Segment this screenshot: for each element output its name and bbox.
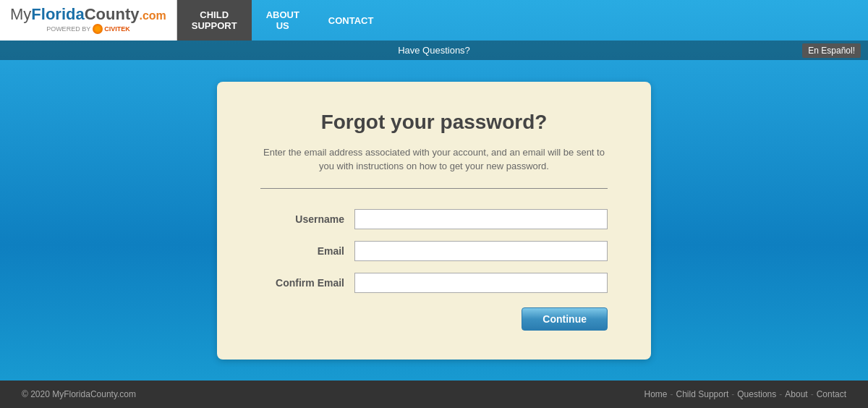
have-questions-text: Have Questions? (398, 45, 470, 56)
footer-sep-2: - (731, 389, 734, 399)
footer-links: Home - Child Support - Questions - About… (644, 389, 846, 399)
username-row: Username (260, 209, 608, 229)
copyright-text: © 2020 MyFloridaCounty.com (22, 389, 136, 399)
logo-com: .com (139, 9, 166, 22)
confirm-email-label: Confirm Email (260, 277, 354, 289)
email-label: Email (260, 245, 354, 257)
form-divider (260, 188, 608, 189)
footer-sep-3: - (779, 389, 782, 399)
footer-link-contact[interactable]: Contact (817, 389, 846, 399)
nav-child-support[interactable]: CHILDSUPPORT (177, 0, 252, 41)
civitek-text: CIVITEK (104, 25, 130, 33)
forgot-password-card: Forgot your password? Enter the email ad… (217, 82, 651, 360)
form-actions: Continue (260, 307, 608, 331)
subheader: Have Questions? En Español! (0, 41, 868, 60)
main-nav: CHILDSUPPORT ABOUTUS CONTACT (177, 0, 388, 41)
nav-about-us[interactable]: ABOUTUS (252, 0, 314, 41)
powered-by: POWERED BY CIVITEK (46, 24, 130, 34)
nav-contact[interactable]: CONTACT (314, 0, 388, 41)
logo-my: My (10, 5, 31, 23)
site-footer: © 2020 MyFloridaCounty.com Home - Child … (0, 381, 868, 408)
logo-county: County (85, 5, 140, 23)
username-label: Username (260, 213, 354, 225)
civitek-logo: CIVITEK (93, 24, 130, 34)
footer-link-about[interactable]: About (785, 389, 807, 399)
logo-florida: Florida (31, 5, 84, 23)
footer-link-home[interactable]: Home (644, 389, 668, 399)
username-input[interactable] (354, 209, 608, 229)
email-row: Email (260, 241, 608, 261)
form-title: Forgot your password? (260, 111, 608, 134)
form-subtitle: Enter the email address associated with … (260, 145, 608, 174)
footer-sep-4: - (811, 389, 814, 399)
footer-link-child-support[interactable]: Child Support (676, 389, 729, 399)
footer-link-questions[interactable]: Questions (737, 389, 776, 399)
footer-sep-1: - (671, 389, 673, 399)
continue-button[interactable]: Continue (522, 307, 608, 331)
main-content: Forgot your password? Enter the email ad… (0, 60, 868, 381)
logo: MyFloridaCounty.com (10, 7, 166, 22)
confirm-email-input[interactable] (354, 273, 608, 293)
email-input[interactable] (354, 241, 608, 261)
civitek-icon (93, 24, 103, 34)
site-header: MyFloridaCounty.com POWERED BY CIVITEK C… (0, 0, 868, 41)
en-espanol-button[interactable]: En Español! (802, 43, 861, 58)
logo-area: MyFloridaCounty.com POWERED BY CIVITEK (0, 0, 177, 41)
confirm-email-row: Confirm Email (260, 273, 608, 293)
